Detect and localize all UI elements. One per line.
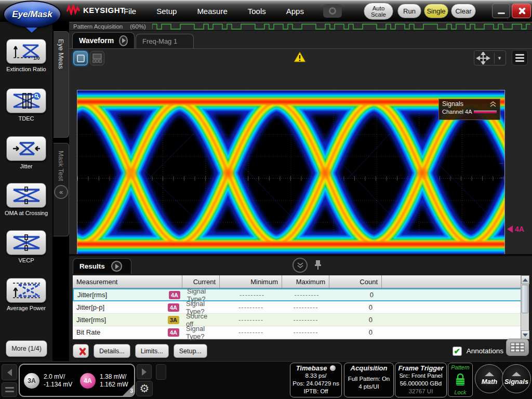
menubar: File Setup Measure Tools Apps Help xyxy=(121,0,343,22)
annotation-table-button[interactable] xyxy=(506,339,529,356)
acquisition-points: 4 pts/UI xyxy=(344,383,393,391)
keysight-logo-icon xyxy=(66,5,80,15)
minimize-button[interactable] xyxy=(492,4,510,18)
channel-4a-level-marker: 4A xyxy=(507,225,524,233)
pan-dropdown-icon[interactable]: ▼ xyxy=(495,56,504,61)
tab-freq-mag-1[interactable]: Freq-Mag 1 xyxy=(136,34,194,48)
channel-grid-button[interactable] xyxy=(2,382,17,397)
padlock-icon xyxy=(454,373,467,387)
camera-icon xyxy=(329,7,336,15)
run-button[interactable]: Run xyxy=(397,4,421,18)
acquisition-pattern: Full Pattern: On xyxy=(344,375,393,383)
signals-legend-panel[interactable]: Signals Channel 4A xyxy=(438,99,500,120)
col-count[interactable]: Count xyxy=(329,275,382,288)
graph-menu-button[interactable] xyxy=(512,50,528,65)
menu-measure[interactable]: Measure xyxy=(194,5,230,18)
clear-button[interactable]: Clear xyxy=(451,4,476,18)
scrollbar-thumb[interactable] xyxy=(522,285,528,313)
col-minimum[interactable]: Minimum xyxy=(220,275,282,288)
tdec-button[interactable] xyxy=(6,88,46,113)
tab-waveform[interactable]: Waveform xyxy=(72,32,135,48)
scroll-up-icon[interactable] xyxy=(521,275,529,284)
details-button[interactable]: Details... xyxy=(94,344,130,358)
menu-tools[interactable]: Tools xyxy=(245,5,269,18)
results-collapse-button[interactable] xyxy=(292,258,308,273)
table-scrollbar[interactable] xyxy=(521,275,529,339)
channel-4a-readout[interactable]: 4A 1.38 mW/ 1.162 mW xyxy=(80,373,128,389)
col-current[interactable]: Current xyxy=(182,275,220,288)
average-power-button[interactable] xyxy=(6,278,46,303)
timebase-box[interactable]: Timebase 8.33 ps/ Pos: 24.04729 ns IPTB:… xyxy=(290,363,342,397)
menu-file[interactable]: File xyxy=(121,5,139,18)
tool-label: TDEC xyxy=(0,115,52,122)
menu-apps[interactable]: Apps xyxy=(283,5,307,18)
panel-grip[interactable] xyxy=(156,364,166,380)
annotations-checkbox[interactable]: ✔ xyxy=(453,347,462,356)
collapse-up-icon[interactable] xyxy=(489,101,497,107)
app-window: KEYSIGHT File Setup Measure Tools Apps H… xyxy=(0,0,532,399)
tool-label: Jitter xyxy=(0,163,52,170)
channel-scales-panel[interactable]: 3A 2.0 mV/ -1.134 mV 4A 1.38 mW/ 1.162 m… xyxy=(19,364,135,397)
trigger-ui: 32767 UI xyxy=(395,388,446,395)
acquisition-box[interactable]: Acquisition Full Pattern: On 4 pts/UI xyxy=(344,363,394,397)
brand-name: KEYSIGHT xyxy=(83,6,125,15)
measurement-sidebar: 1/0 Extinction Ratio TDEC Jitter xyxy=(0,22,52,364)
setup-button[interactable]: Setup... xyxy=(174,344,207,358)
channel-3a-readout[interactable]: 3A 2.0 mV/ -1.134 mV xyxy=(24,373,72,389)
table-row[interactable]: Jitter[p-p] 4A Signal Type? --------- --… xyxy=(73,301,529,314)
results-tab-menu-icon[interactable] xyxy=(111,261,122,272)
results-panel: Results Measurement Current xyxy=(69,256,532,361)
channel-next-button[interactable] xyxy=(137,364,152,379)
acquisition-label: Pattern Acquisition xyxy=(73,23,123,30)
math-button[interactable]: Math xyxy=(475,364,504,393)
channel-4a-scale: 1.38 mW/ xyxy=(100,373,126,380)
eye-diagram-plot[interactable]: Signals Channel 4A xyxy=(77,90,505,267)
graph-panel: ▼ xyxy=(69,48,532,254)
table-row[interactable]: Jitter[rms] 3A Source off --------- ----… xyxy=(73,314,529,326)
signals-channel-label[interactable]: Channel 4A xyxy=(442,109,472,115)
extinction-ratio-button[interactable]: 1/0 xyxy=(6,39,46,64)
acquisition-percent: (60%) xyxy=(130,23,146,30)
results-table-header: Measurement Current Minimum Maximum Coun… xyxy=(73,275,529,288)
tab-eye-meas[interactable]: Eye Meas xyxy=(54,31,69,138)
timebase-position: Pos: 24.04729 ns xyxy=(290,380,341,388)
pattern-lock-button[interactable]: Pattern Lock xyxy=(448,363,473,397)
delete-measurement-button[interactable] xyxy=(73,344,89,358)
split-view-button[interactable] xyxy=(90,51,104,65)
auto-scale-button[interactable]: Auto Scale xyxy=(364,3,393,20)
signals-button[interactable]: Signals xyxy=(502,364,531,393)
menu-setup[interactable]: Setup xyxy=(153,5,180,18)
pan-tool-button[interactable]: ▼ xyxy=(474,50,506,65)
sidebar-collapse-button[interactable]: « xyxy=(54,185,68,199)
jitter-button[interactable] xyxy=(6,136,46,161)
tab-results[interactable]: Results xyxy=(73,258,131,274)
timebase-led-icon xyxy=(330,365,336,371)
warning-indicator[interactable] xyxy=(294,51,306,64)
col-maximum[interactable]: Maximum xyxy=(282,275,329,288)
tool-label: VECP xyxy=(0,257,52,264)
timebase-iptb: IPTB: Off xyxy=(290,388,341,395)
vecp-button[interactable] xyxy=(6,230,46,255)
trigger-source: Src: Front Panel xyxy=(395,372,446,380)
results-table: Measurement Current Minimum Maximum Coun… xyxy=(73,275,529,339)
oma-at-crossing-button[interactable] xyxy=(6,183,46,208)
app-mode-button[interactable]: Eye/Mask xyxy=(3,1,61,28)
keysight-brand: KEYSIGHT xyxy=(66,5,125,15)
single-view-button[interactable] xyxy=(73,51,88,65)
table-row[interactable]: Bit Rate 4A Signal Type? --------- -----… xyxy=(73,326,529,339)
table-row[interactable]: Jitter[rms] 4A Signal Type? --------- --… xyxy=(73,288,529,301)
tdec-icon xyxy=(11,92,42,110)
more-measurements-button[interactable]: More (1/4) xyxy=(6,340,47,357)
limits-button[interactable]: Limits... xyxy=(135,344,169,358)
col-measurement[interactable]: Measurement xyxy=(73,275,182,288)
channel-prev-button[interactable] xyxy=(2,364,17,380)
channel-settings-button[interactable]: ⚙ xyxy=(136,381,153,396)
single-button[interactable]: Single xyxy=(424,4,448,18)
single-pane-icon xyxy=(77,55,85,62)
close-button[interactable] xyxy=(512,4,531,18)
pin-results-button[interactable] xyxy=(314,259,322,273)
screenshot-button[interactable] xyxy=(323,4,342,18)
frame-trigger-box[interactable]: Frame Trigger Src: Front Panel 56.000000… xyxy=(395,363,447,397)
waveform-tab-menu-icon[interactable] xyxy=(119,35,128,46)
scroll-down-icon[interactable] xyxy=(521,330,529,339)
